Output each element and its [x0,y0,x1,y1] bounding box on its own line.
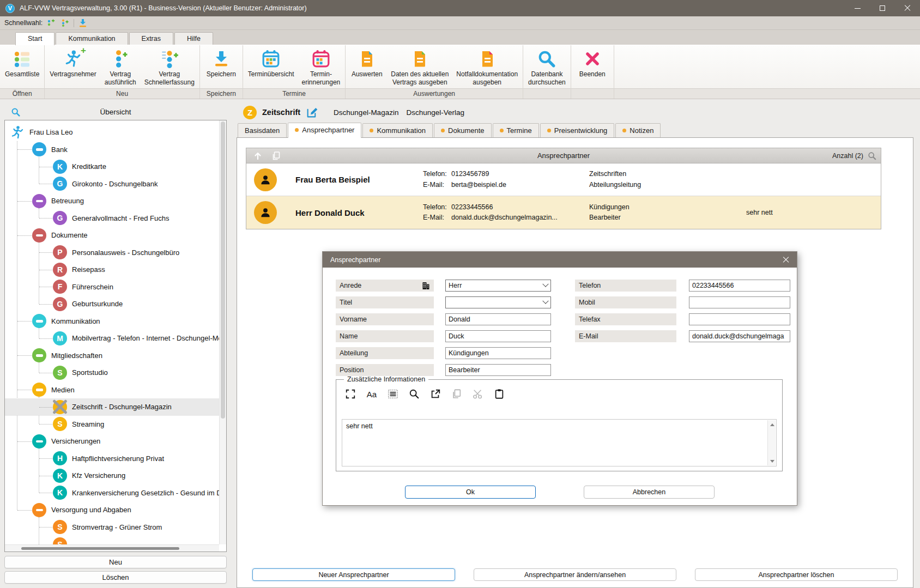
gesamtliste-button[interactable]: Gesamtliste [1,46,43,88]
close-button[interactable] [895,0,920,16]
copy-icon[interactable] [271,151,281,161]
scroll-down-icon[interactable] [768,457,776,465]
dialog-close-button[interactable] [775,252,797,268]
zusatz-textarea[interactable]: sehr nett [342,419,777,466]
search-icon[interactable] [11,107,20,117]
tree-item-kfz[interactable]: KKfz Versicherung [5,467,226,484]
datenbank-durchsuchen-button[interactable]: Datenbank durchsuchen [524,46,570,88]
tree-item-dokumente[interactable]: Dokumente [5,227,226,244]
daten-ausgeben-button[interactable]: Daten des aktuellen Vertrags ausgeben [387,46,452,88]
titel-select[interactable] [445,296,551,308]
tree-item-personalausweis[interactable]: PPersonalausweis - Dschungelbüro [5,244,226,262]
notfalldokumentation-button[interactable]: Notfalldokumentation ausgeben [452,46,522,88]
copy-icon[interactable] [450,387,463,401]
font-icon[interactable]: Aa [365,387,378,401]
quick-new-contact-icon[interactable] [46,18,56,28]
beenden-button[interactable]: Beenden [572,46,613,88]
tree-horizontal-scrollbar[interactable] [5,544,219,551]
tree-item-kreditkarte[interactable]: KKreditkarte [5,158,226,175]
tab-notizen[interactable]: Notizen [615,123,661,137]
scroll-up-icon[interactable] [768,420,776,428]
mobil-input[interactable] [689,296,790,308]
tree-item-stromvertrag[interactable]: SStromvertrag - Grüner Strom [5,519,226,536]
vertragsnehmer-button[interactable]: + Vertragsnehmer [46,46,100,88]
name-input[interactable] [445,330,551,342]
open-external-icon[interactable] [429,387,442,401]
tree-item-mitgliedschaften[interactable]: Mitgliedschaften [5,347,226,365]
tab-termine[interactable]: Termine [493,123,539,137]
expand-icon[interactable] [344,387,357,401]
vorname-input[interactable] [445,313,551,325]
ribbon-tab-start[interactable]: Start [15,32,55,45]
collapse-icon[interactable] [32,228,46,243]
quick-save-icon[interactable] [78,18,88,28]
search-icon[interactable] [408,387,421,401]
terminuebersicht-button[interactable]: Terminübersicht [244,46,298,88]
quick-new-contract-icon[interactable] [60,18,70,28]
ribbon-tab-extras[interactable]: Extras [129,32,173,45]
cancel-button[interactable]: Abbrechen [584,486,715,499]
tree-item-sportstudio[interactable]: SSportstudio [5,364,226,381]
tree-item-haftpflicht[interactable]: HHaftpflichtversicherung Privat [5,450,226,468]
terminerinnerungen-button[interactable]: Termin- erinnerungen [298,46,344,88]
contact-row-donald[interactable]: Herr Donald Duck Telefon:02233445566 E-M… [246,196,881,229]
delete-button[interactable]: Löschen [4,571,227,584]
tree-item-reisepass[interactable]: RReisepass [5,261,226,278]
move-up-icon[interactable] [253,151,263,161]
collapse-icon[interactable] [32,194,46,208]
tab-dokumente[interactable]: Dokumente [434,123,491,137]
telefon-input[interactable] [689,280,790,292]
scrollbar-thumb[interactable] [21,547,179,550]
collapse-icon[interactable] [32,503,46,517]
cut-icon[interactable] [471,387,485,401]
minimize-button[interactable] [845,0,870,16]
collapse-icon[interactable] [32,348,46,362]
telefax-input[interactable] [689,313,790,325]
tree-vertical-scrollbar[interactable] [219,120,226,544]
tree-item-girokonto[interactable]: GGirokonto - Dschungelbank [5,175,226,193]
scrollbar-thumb[interactable] [221,122,225,419]
new-button[interactable]: Neu [4,556,227,568]
anrede-select[interactable]: Herr [445,280,551,292]
tree-item-mobilvertrag[interactable]: MMobilvertrag - Telefon - Internet - Dsc… [5,330,226,347]
paste-icon[interactable] [493,387,506,401]
tree-item-betreuung[interactable]: Betreuung [5,192,226,210]
tree-item-kommunikation[interactable]: Kommunikation [5,313,226,330]
email-input[interactable] [689,330,790,342]
tree-item-frau-lisa-leo[interactable]: Frau Lisa Leo [5,124,226,141]
speichern-button[interactable]: Speichern [201,46,241,88]
collapse-icon[interactable] [32,383,46,397]
vertrag-ausfuehrlich-button[interactable]: Vertrag ausführlich [100,46,141,88]
tree-item-streaming[interactable]: SStreaming [5,416,226,433]
collapse-icon[interactable] [32,142,46,156]
vertrag-schnellerfassung-button[interactable]: Vertrag Schnellerfassung [141,46,198,88]
paragraph-list-icon[interactable] [386,387,400,401]
ok-button[interactable]: Ok [405,486,536,499]
new-contact-button[interactable]: Neuer Ansprechpartner [252,568,455,581]
tree-item-generalvollmacht[interactable]: GGeneralvollmacht - Fred Fuchs [5,210,226,227]
tree-item-krankenversicherung[interactable]: KKrankenversicherung Gesetzlich - Gesund… [5,484,226,502]
tree-item-medien[interactable]: Medien [5,381,226,399]
tree-item-versicherungen[interactable]: Versicherungen [5,433,226,450]
textarea-scrollbar[interactable] [767,420,776,465]
tree-item-versorgung[interactable]: Versorgung und Abgaben [5,501,226,519]
tab-kommunikation[interactable]: Kommunikation [362,123,433,137]
position-input[interactable] [445,364,551,376]
tree-item-bank[interactable]: Bank [5,141,226,159]
collapse-icon[interactable] [32,434,46,448]
delete-contact-button[interactable]: Ansprechpartner löschen [695,568,898,581]
tab-ansprechpartner[interactable]: Ansprechpartner [288,123,361,138]
building-icon[interactable] [422,282,430,290]
edit-icon[interactable] [306,106,318,119]
tree-item-geburtsurkunde[interactable]: GGeburtsurkunde [5,295,226,313]
tab-preisentwicklung[interactable]: Preisentwicklung [540,123,615,137]
ribbon-tab-kommunikation[interactable]: Kommunikation [56,32,128,45]
tree-item-fuehrerschein[interactable]: FFührerschein [5,278,226,296]
contact-row-berta[interactable]: Frau Berta Beispiel Telefon:0123456789 E… [246,163,881,196]
edit-contact-button[interactable]: Ansprechpartner ändern/ansehen [474,568,676,581]
collapse-icon[interactable] [32,314,46,328]
abteilung-input[interactable] [445,347,551,359]
maximize-button[interactable] [870,0,895,16]
tab-basisdaten[interactable]: Basisdaten [238,123,287,137]
auswerten-button[interactable]: Auswerten [347,46,387,88]
